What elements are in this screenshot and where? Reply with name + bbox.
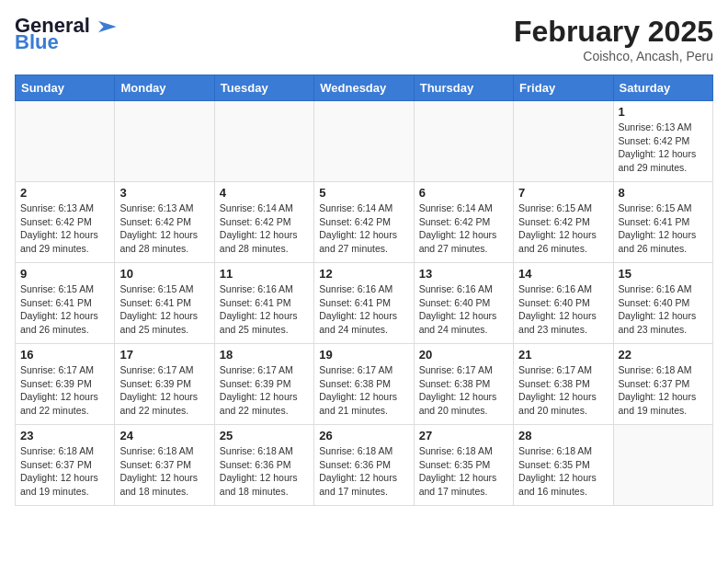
day-number: 28 [518, 429, 608, 442]
month-title: February 2025 [514, 15, 713, 49]
calendar-table: SundayMondayTuesdayWednesdayThursdayFrid… [15, 75, 713, 506]
day-number: 5 [319, 186, 408, 200]
calendar-cell: 14Sunrise: 6:16 AM Sunset: 6:40 PM Dayli… [514, 263, 613, 344]
day-info: Sunrise: 6:17 AM Sunset: 6:38 PM Dayligh… [319, 363, 408, 418]
calendar-cell: 20Sunrise: 6:17 AM Sunset: 6:38 PM Dayli… [414, 344, 513, 425]
weekday-header-saturday: Saturday [613, 75, 712, 101]
day-info: Sunrise: 6:18 AM Sunset: 6:35 PM Dayligh… [419, 444, 508, 499]
day-info: Sunrise: 6:14 AM Sunset: 6:42 PM Dayligh… [419, 201, 508, 256]
calendar-cell: 27Sunrise: 6:18 AM Sunset: 6:35 PM Dayli… [414, 425, 513, 506]
calendar-cell: 3Sunrise: 6:13 AM Sunset: 6:42 PM Daylig… [115, 182, 214, 263]
week-row-3: 9Sunrise: 6:15 AM Sunset: 6:41 PM Daylig… [16, 263, 713, 344]
day-info: Sunrise: 6:13 AM Sunset: 6:42 PM Dayligh… [119, 201, 209, 256]
day-number: 21 [518, 348, 608, 362]
day-info: Sunrise: 6:13 AM Sunset: 6:42 PM Dayligh… [619, 121, 708, 175]
day-info: Sunrise: 6:16 AM Sunset: 6:40 PM Dayligh… [419, 282, 508, 337]
day-info: Sunrise: 6:15 AM Sunset: 6:41 PM Dayligh… [619, 201, 708, 256]
day-info: Sunrise: 6:17 AM Sunset: 6:38 PM Dayligh… [518, 363, 608, 418]
calendar-cell: 2Sunrise: 6:13 AM Sunset: 6:42 PM Daylig… [16, 182, 115, 263]
day-number: 8 [619, 186, 708, 200]
calendar-cell: 11Sunrise: 6:16 AM Sunset: 6:41 PM Dayli… [214, 263, 313, 344]
calendar-cell [115, 101, 214, 182]
weekday-header-tuesday: Tuesday [214, 75, 313, 101]
day-info: Sunrise: 6:15 AM Sunset: 6:42 PM Dayligh… [518, 201, 608, 256]
calendar-cell: 24Sunrise: 6:18 AM Sunset: 6:37 PM Dayli… [115, 425, 214, 506]
day-number: 7 [518, 186, 608, 200]
day-number: 20 [419, 348, 508, 362]
week-row-2: 2Sunrise: 6:13 AM Sunset: 6:42 PM Daylig… [16, 182, 713, 263]
day-info: Sunrise: 6:15 AM Sunset: 6:41 PM Dayligh… [20, 282, 109, 337]
day-info: Sunrise: 6:17 AM Sunset: 6:39 PM Dayligh… [119, 363, 209, 418]
day-number: 27 [419, 429, 508, 442]
calendar-cell [16, 101, 115, 182]
day-number: 10 [119, 267, 209, 281]
weekday-header-wednesday: Wednesday [314, 75, 414, 101]
calendar-cell [514, 101, 613, 182]
calendar-cell [613, 425, 712, 506]
day-info: Sunrise: 6:13 AM Sunset: 6:42 PM Dayligh… [20, 201, 109, 256]
day-number: 24 [119, 429, 209, 442]
logo-blue: Blue [15, 31, 59, 53]
day-info: Sunrise: 6:14 AM Sunset: 6:42 PM Dayligh… [319, 201, 408, 256]
calendar-cell: 6Sunrise: 6:14 AM Sunset: 6:42 PM Daylig… [414, 182, 513, 263]
calendar-cell: 28Sunrise: 6:18 AM Sunset: 6:35 PM Dayli… [514, 425, 613, 506]
day-info: Sunrise: 6:17 AM Sunset: 6:39 PM Dayligh… [20, 363, 109, 418]
weekday-header-monday: Monday [115, 75, 214, 101]
calendar-cell: 9Sunrise: 6:15 AM Sunset: 6:41 PM Daylig… [16, 263, 115, 344]
calendar-cell: 22Sunrise: 6:18 AM Sunset: 6:37 PM Dayli… [613, 344, 712, 425]
day-info: Sunrise: 6:16 AM Sunset: 6:41 PM Dayligh… [319, 282, 408, 337]
day-info: Sunrise: 6:17 AM Sunset: 6:39 PM Dayligh… [220, 363, 309, 418]
day-number: 18 [220, 348, 309, 362]
week-row-4: 16Sunrise: 6:17 AM Sunset: 6:39 PM Dayli… [16, 344, 713, 425]
calendar-cell: 8Sunrise: 6:15 AM Sunset: 6:41 PM Daylig… [613, 182, 712, 263]
week-row-1: 1Sunrise: 6:13 AM Sunset: 6:42 PM Daylig… [16, 101, 713, 182]
logo: General Blue [15, 15, 118, 53]
calendar-cell: 1Sunrise: 6:13 AM Sunset: 6:42 PM Daylig… [613, 101, 712, 182]
day-info: Sunrise: 6:14 AM Sunset: 6:42 PM Dayligh… [220, 201, 309, 256]
page-header: General Blue February 2025 Coishco, Anca… [15, 15, 713, 63]
day-number: 2 [20, 186, 109, 200]
week-row-5: 23Sunrise: 6:18 AM Sunset: 6:37 PM Dayli… [16, 425, 713, 506]
calendar-cell: 17Sunrise: 6:17 AM Sunset: 6:39 PM Dayli… [115, 344, 214, 425]
calendar-cell: 4Sunrise: 6:14 AM Sunset: 6:42 PM Daylig… [214, 182, 313, 263]
calendar-cell: 19Sunrise: 6:17 AM Sunset: 6:38 PM Dayli… [314, 344, 414, 425]
calendar-cell: 5Sunrise: 6:14 AM Sunset: 6:42 PM Daylig… [314, 182, 414, 263]
day-number: 15 [619, 267, 708, 281]
day-info: Sunrise: 6:18 AM Sunset: 6:37 PM Dayligh… [619, 363, 708, 418]
day-number: 23 [20, 429, 109, 442]
day-number: 11 [220, 267, 309, 281]
day-info: Sunrise: 6:18 AM Sunset: 6:36 PM Dayligh… [319, 444, 408, 499]
day-number: 4 [220, 186, 309, 200]
calendar-cell: 21Sunrise: 6:17 AM Sunset: 6:38 PM Dayli… [514, 344, 613, 425]
title-block: February 2025 Coishco, Ancash, Peru [514, 15, 713, 63]
day-number: 6 [419, 186, 508, 200]
day-number: 1 [619, 105, 708, 119]
day-number: 9 [20, 267, 109, 281]
calendar-cell: 7Sunrise: 6:15 AM Sunset: 6:42 PM Daylig… [514, 182, 613, 263]
day-number: 25 [220, 429, 309, 442]
calendar-cell: 13Sunrise: 6:16 AM Sunset: 6:40 PM Dayli… [414, 263, 513, 344]
day-number: 3 [119, 186, 209, 200]
calendar-cell [414, 101, 513, 182]
calendar-cell: 16Sunrise: 6:17 AM Sunset: 6:39 PM Dayli… [16, 344, 115, 425]
day-info: Sunrise: 6:18 AM Sunset: 6:37 PM Dayligh… [20, 444, 109, 499]
logo-icon [92, 19, 118, 34]
day-info: Sunrise: 6:18 AM Sunset: 6:35 PM Dayligh… [518, 444, 608, 499]
day-info: Sunrise: 6:16 AM Sunset: 6:41 PM Dayligh… [220, 282, 309, 337]
location-title: Coishco, Ancash, Peru [514, 49, 713, 63]
day-info: Sunrise: 6:15 AM Sunset: 6:41 PM Dayligh… [119, 282, 209, 337]
calendar-cell: 26Sunrise: 6:18 AM Sunset: 6:36 PM Dayli… [314, 425, 414, 506]
day-number: 19 [319, 348, 408, 362]
day-number: 17 [119, 348, 209, 362]
calendar-cell [314, 101, 414, 182]
calendar-cell: 25Sunrise: 6:18 AM Sunset: 6:36 PM Dayli… [214, 425, 313, 506]
calendar-cell [214, 101, 313, 182]
day-number: 16 [20, 348, 109, 362]
svg-marker-0 [98, 21, 117, 33]
day-number: 12 [319, 267, 408, 281]
weekday-header-friday: Friday [514, 75, 613, 101]
day-number: 14 [518, 267, 608, 281]
weekday-header-sunday: Sunday [16, 75, 115, 101]
day-info: Sunrise: 6:16 AM Sunset: 6:40 PM Dayligh… [518, 282, 608, 337]
calendar-cell: 10Sunrise: 6:15 AM Sunset: 6:41 PM Dayli… [115, 263, 214, 344]
